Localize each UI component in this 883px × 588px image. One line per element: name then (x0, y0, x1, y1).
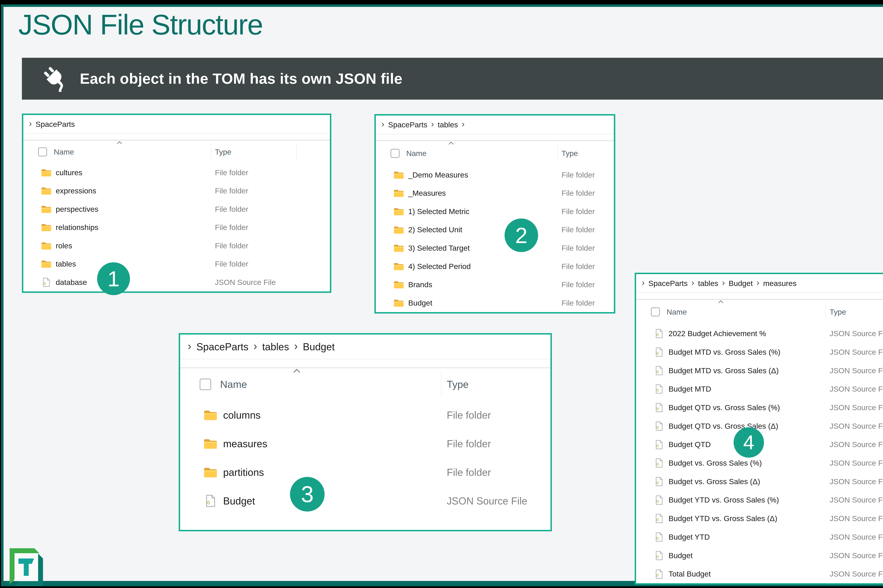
breadcrumb-chevron-icon: › (381, 120, 384, 128)
folder-icon (393, 225, 404, 234)
type-column-header[interactable]: Type (447, 378, 469, 390)
file-row[interactable]: 2) Selected Unit File folder (376, 220, 614, 239)
file-row[interactable]: tables File folder (23, 255, 330, 273)
folder-icon (393, 243, 404, 253)
json-file-icon: {} (654, 329, 664, 338)
step-badge-4: 4 (734, 427, 764, 458)
breadcrumb-item[interactable]: Budget (303, 341, 335, 352)
json-file-icon: {} (654, 347, 664, 357)
breadcrumb-item[interactable]: tables (262, 341, 289, 352)
name-column-header[interactable]: Name (667, 308, 687, 316)
svg-text:{}: {} (657, 481, 658, 484)
file-type: File folder (561, 225, 595, 234)
file-row[interactable]: 3) Selected Target File folder (376, 239, 614, 257)
sort-ascending-icon (448, 142, 454, 145)
breadcrumb-item[interactable]: tables (438, 120, 458, 129)
file-row[interactable]: 4) Selected Period File folder (376, 257, 614, 276)
file-row[interactable]: {} Budget vs. Gross Sales (%) JSON Sourc… (636, 454, 883, 472)
file-row[interactable]: expressions File folder (23, 182, 330, 200)
breadcrumb: ›SpaceParts›tables› (376, 116, 614, 134)
callout-banner: Each object in the TOM has its own JSON … (22, 58, 883, 100)
select-all-checkbox[interactable] (200, 379, 211, 390)
name-column-header[interactable]: Name (54, 148, 74, 156)
file-type: File folder (215, 205, 248, 213)
file-row[interactable]: {} Budget YTD vs. Gross Sales (Δ) JSON S… (636, 509, 883, 528)
breadcrumb-item[interactable]: tables (698, 279, 718, 288)
select-all-checkbox[interactable] (38, 147, 47, 156)
file-row[interactable]: partitions File folder (180, 458, 550, 487)
breadcrumb-item[interactable]: SpaceParts (196, 341, 249, 352)
file-type: File folder (561, 189, 595, 198)
json-file-icon: {} (654, 477, 664, 486)
file-row[interactable]: {} Budget MTD vs. Gross Sales (%) JSON S… (636, 343, 883, 362)
file-name: columns (223, 409, 261, 421)
file-name: 4) Selected Period (408, 262, 471, 271)
file-row[interactable]: perspectives File folder (23, 200, 330, 218)
file-row[interactable]: _Demo Measures File folder (376, 166, 614, 184)
file-name: Budget YTD vs. Gross Sales (%) (669, 496, 779, 504)
file-type: JSON Source File (830, 533, 883, 542)
file-row[interactable]: 1) Selected Metric File folder (376, 202, 614, 220)
json-file-icon: {} (654, 495, 664, 505)
file-row[interactable]: {} Budget QTD vs. Gross Sales (%) JSON S… (636, 398, 883, 417)
step-badge-2: 2 (505, 219, 538, 252)
json-file-icon: {} (654, 514, 664, 523)
folder-icon (41, 259, 52, 268)
column-header-row: Name Type (636, 300, 883, 324)
file-row[interactable]: Budget File folder (376, 294, 614, 312)
breadcrumb: ›SpaceParts›tables›Budget (180, 334, 550, 359)
file-row[interactable]: {} Budget JSON Source File (180, 487, 550, 515)
step-badge-1: 1 (97, 262, 130, 295)
file-row[interactable]: columns File folder (180, 401, 550, 429)
file-explorer-panel-3: ›SpaceParts›tables›Budget Name Type colu… (179, 333, 552, 531)
file-row[interactable]: measures File folder (180, 429, 550, 458)
breadcrumb-item[interactable]: SpaceParts (649, 279, 688, 288)
type-column-header[interactable]: Type (561, 149, 578, 158)
toolbar-strip (180, 359, 550, 368)
file-row[interactable]: {} Budget YTD JSON Source File (636, 528, 883, 546)
folder-icon (204, 409, 217, 421)
file-type: File folder (561, 207, 595, 216)
file-name: Brands (408, 280, 432, 289)
file-row[interactable]: roles File folder (23, 237, 330, 255)
folder-icon (41, 168, 52, 177)
breadcrumb-item[interactable]: SpaceParts (36, 120, 75, 129)
file-row[interactable]: {} database JSON Source File (23, 273, 330, 291)
name-column-header[interactable]: Name (220, 378, 247, 390)
file-type: File folder (215, 242, 248, 250)
file-row[interactable]: {} Budget YTD vs. Gross Sales (%) JSON S… (636, 491, 883, 509)
file-row[interactable]: _Measures File folder (376, 184, 614, 202)
file-row[interactable]: {} Total Budget JSON Source File (636, 565, 883, 583)
file-type: JSON Source File (830, 459, 883, 467)
type-column-header[interactable]: Type (830, 308, 846, 316)
file-row[interactable]: {} 2022 Budget Achievement % JSON Source… (636, 324, 883, 343)
file-name: 3) Selected Target (408, 244, 470, 252)
file-row[interactable]: {} Budget MTD vs. Gross Sales (Δ) JSON S… (636, 362, 883, 380)
file-explorer-panel-4: ›SpaceParts›tables›Budget›measures Name … (635, 273, 883, 585)
file-row[interactable]: {} Budget vs. Gross Sales (Δ) JSON Sourc… (636, 472, 883, 491)
file-explorer-panel-1: ›SpaceParts Name Type cultures File fold… (22, 114, 331, 293)
file-row[interactable]: cultures File folder (23, 164, 330, 182)
breadcrumb-item[interactable]: measures (763, 279, 796, 288)
toolbar-strip (636, 293, 883, 299)
file-explorer-panel-2: ›SpaceParts›tables› Name Type _Demo Meas… (375, 114, 615, 314)
file-row[interactable]: relationships File folder (23, 218, 330, 237)
svg-text:{}: {} (657, 573, 658, 576)
file-name: expressions (56, 186, 96, 195)
file-row[interactable]: {} Budget JSON Source File (636, 546, 883, 565)
name-column-header[interactable]: Name (406, 149, 426, 158)
select-all-checkbox[interactable] (651, 308, 660, 316)
breadcrumb-chevron-icon: › (431, 120, 434, 128)
select-all-checkbox[interactable] (391, 149, 399, 158)
type-column-header[interactable]: Type (215, 148, 231, 156)
breadcrumb-item[interactable]: Budget (729, 279, 753, 288)
file-row[interactable]: Brands File folder (376, 276, 614, 294)
file-name: Budget QTD vs. Gross Sales (%) (669, 403, 780, 412)
file-name: Budget MTD vs. Gross Sales (Δ) (669, 366, 779, 375)
step-badge-3: 3 (290, 477, 325, 512)
breadcrumb-item[interactable]: SpaceParts (388, 120, 427, 129)
file-type: File folder (447, 409, 491, 421)
breadcrumb-chevron-icon: › (462, 120, 465, 128)
folder-icon (393, 170, 404, 180)
file-row[interactable]: {} Budget MTD JSON Source File (636, 380, 883, 398)
